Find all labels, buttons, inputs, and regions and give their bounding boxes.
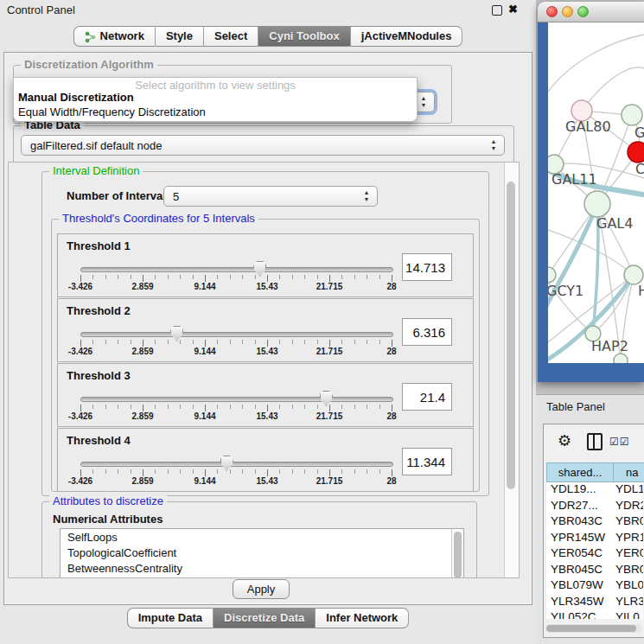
network-node-gal[interactable]: [622, 105, 642, 125]
cyni-mode-tab-bar: Impute DataDiscretize DataInfer Network: [0, 608, 536, 628]
scrollbar-thumb[interactable]: [546, 625, 636, 632]
list-item[interactable]: BetweennessCentrality: [61, 560, 463, 576]
algorithm-dropdown: Select algorithm to view settings Manual…: [13, 77, 418, 122]
tab-select[interactable]: Select: [204, 26, 258, 47]
tab-impute-data[interactable]: Impute Data: [127, 608, 214, 628]
tab-style[interactable]: Style: [156, 26, 204, 47]
slider-tick-marks: [80, 275, 392, 282]
table-cell: YLR3: [615, 595, 643, 611]
gear-icon[interactable]: ⚙: [558, 431, 571, 450]
close-icon[interactable]: ✖: [508, 3, 518, 16]
tab-discretize-data[interactable]: Discretize Data: [214, 608, 316, 628]
threshold-value-field[interactable]: 21.4: [402, 383, 452, 411]
tab-style-label: Style: [166, 27, 193, 46]
table-row[interactable]: YER054CYER0: [546, 546, 643, 563]
list-item[interactable]: TopologicalCoefficient: [61, 545, 463, 560]
attributes-list-scrollbar[interactable]: [451, 529, 463, 578]
interval-definition-title: Interval Definition: [49, 164, 143, 177]
slider-tick-label: 9.144: [194, 347, 215, 356]
numerical-attributes-list: SelfLoopsTopologicalCoefficientBetweenne…: [60, 528, 464, 578]
table-horizontal-scrollbar[interactable]: [545, 624, 642, 633]
slider-tick-label: 9.144: [194, 476, 215, 486]
close-traffic-light[interactable]: [546, 6, 558, 17]
node-label: GAL: [634, 124, 644, 141]
number-of-intervals-label: Number of Intervals: [67, 189, 172, 202]
threshold-slider-track[interactable]: [80, 462, 393, 467]
threshold-value-field[interactable]: 6.316: [402, 318, 452, 346]
dropdown-item-equal-width-frequency[interactable]: Equal Width/Frequency Discretization: [18, 105, 206, 118]
float-window-icon[interactable]: [492, 5, 502, 16]
network-node-gcy1[interactable]: [548, 267, 556, 283]
network-view-window: GAL80GALCGAL11GAL4GCY1HHAP2: [538, 2, 644, 382]
table-row[interactable]: YIL052CYIL0: [546, 610, 643, 619]
table-cell: YBR043C: [546, 514, 615, 531]
threshold-slider-track[interactable]: [80, 397, 393, 402]
toolbox-tab-bar: NetworkStyleSelectCyni ToolboxjActiveMNo…: [0, 26, 536, 47]
tab-infer-network[interactable]: Infer Network: [316, 608, 409, 628]
table-row[interactable]: YPR145WYPR1: [546, 531, 643, 547]
node-label: GAL11: [552, 171, 597, 188]
table-row[interactable]: YDR27...YDR2: [546, 499, 643, 515]
numerical-attributes-label: Numerical Attributes: [53, 513, 163, 526]
minimize-traffic-light[interactable]: [562, 6, 573, 17]
network-node-h[interactable]: [624, 265, 643, 284]
apply-button[interactable]: Apply: [233, 579, 290, 599]
table-panel-area: ⚙ ☑☑ shared... na YDL19...YDL1YDR27...YD…: [536, 418, 644, 644]
table-cell: YIL052C: [546, 610, 615, 619]
scrollbar-thumb[interactable]: [454, 532, 462, 578]
dropdown-item-manual-discretization[interactable]: Manual Discretization: [18, 91, 134, 104]
table-row[interactable]: YDL19...YDL1: [546, 482, 643, 499]
table-row[interactable]: YBR045CYBR0: [546, 563, 643, 579]
split-columns-icon[interactable]: [587, 433, 603, 450]
column-header-name[interactable]: na: [614, 462, 644, 482]
threshold-row-1: Threshold 1-3.4262.8599.14415.4321.71528…: [57, 233, 474, 297]
slider-tick-label: 21.715: [316, 411, 343, 421]
network-graph: GAL80GALCGAL11GAL4GCY1HHAP2: [548, 22, 644, 363]
right-column: GAL80GALCGAL11GAL4GCY1HHAP2 Table Panel …: [536, 0, 644, 644]
settings-vertical-scrollbar[interactable]: [504, 163, 519, 577]
panel-title: Control Panel: [7, 3, 75, 16]
table-row[interactable]: YBR043CYBR0: [546, 514, 643, 531]
tab-impute-data-label: Impute Data: [138, 609, 202, 628]
slider-tick-marks: [80, 340, 392, 347]
table-rows: YDL19...YDL1YDR27...YDR2YBR043CYBR0YPR14…: [546, 482, 643, 619]
threshold-value-field[interactable]: 11.344: [402, 448, 452, 475]
table-row[interactable]: YLR345WYLR3: [546, 595, 643, 611]
slider-tick-label: 21.715: [316, 282, 343, 291]
column-header-shared-name[interactable]: shared...: [546, 462, 614, 482]
threshold-slider-track[interactable]: [80, 267, 393, 272]
table-data-combo[interactable]: galFiltered.sif default node ▲▼: [21, 135, 505, 156]
tab-jactivemnodules[interactable]: jActiveMNodules: [351, 26, 463, 47]
threshold-value-field[interactable]: 14.713: [402, 253, 452, 281]
tab-cyni-toolbox[interactable]: Cyni Toolbox: [258, 26, 350, 47]
checkbox-icons[interactable]: ☑☑: [609, 436, 630, 448]
slider-tick-label: 21.715: [316, 347, 343, 356]
network-node-c[interactable]: [628, 142, 644, 163]
table-row[interactable]: YBL079WYBL0: [546, 578, 643, 595]
slider-tick-label: 15.43: [256, 347, 277, 356]
table-cell: YLR345W: [546, 595, 615, 611]
tab-discretize-data-label: Discretize Data: [224, 609, 304, 628]
network-window-titlebar[interactable]: [538, 2, 644, 22]
slider-tick-label: -3.426: [68, 347, 92, 356]
network-canvas[interactable]: GAL80GALCGAL11GAL4GCY1HHAP2: [548, 22, 644, 363]
threshold-row-3: Threshold 3-3.4262.8599.14415.4321.71528…: [57, 363, 474, 427]
table-cell: YDL19...: [546, 482, 615, 499]
number-of-intervals-combo[interactable]: 5 ▲▼: [163, 186, 378, 207]
tab-network-label: Network: [100, 27, 144, 46]
zoom-traffic-light[interactable]: [577, 6, 589, 17]
table-panel-title: Table Panel: [546, 400, 605, 413]
threshold-row-4: Threshold 4-3.4262.8599.14415.4321.71528…: [57, 428, 474, 492]
threshold-slider-track[interactable]: [80, 332, 393, 337]
network-node-gal4[interactable]: [584, 191, 610, 217]
table-cell: YBL0: [615, 578, 643, 595]
network-node[interactable]: [614, 354, 628, 363]
thresholds-group-title: Threshold's Coordinates for 5 Intervals: [59, 212, 258, 225]
list-item[interactable]: SelfLoops: [61, 529, 463, 545]
tab-network[interactable]: Network: [73, 26, 156, 47]
threshold-row-2: Threshold 2-3.4262.8599.14415.4321.71528…: [57, 298, 474, 362]
slider-tick-label: -3.426: [68, 411, 92, 421]
scrollbar-thumb[interactable]: [507, 182, 515, 489]
attributes-group-title: Attributes to discretize: [49, 494, 167, 507]
slider-tick-label: -3.426: [68, 476, 92, 486]
